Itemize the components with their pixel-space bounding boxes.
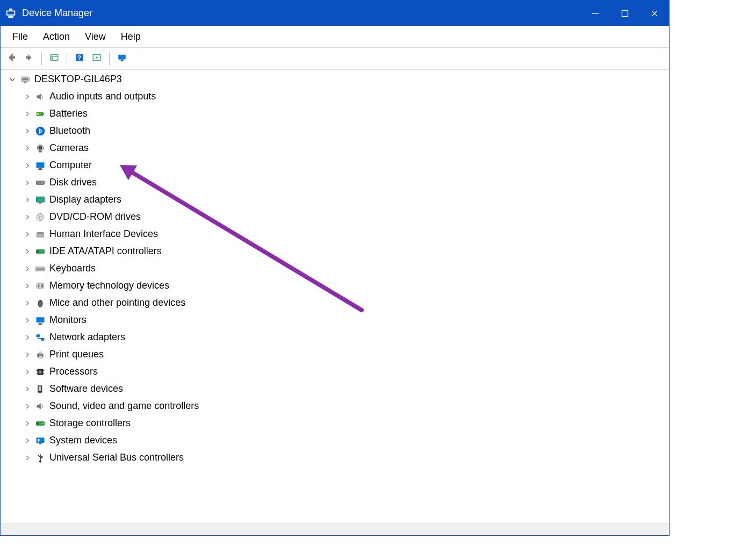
network-icon (34, 332, 46, 343)
tree-node-camera[interactable]: Cameras (18, 140, 666, 157)
tree-node-label: IDE ATA/ATAPI controllers (49, 246, 162, 257)
svg-marker-14 (96, 56, 99, 59)
device-tree[interactable]: DESKTOP-GIL46P3 Audio inputs and outputs… (1, 68, 668, 523)
monitor-icon (34, 160, 46, 171)
system-icon (34, 435, 46, 447)
bluetooth-icon (34, 125, 46, 137)
tree-node-label: Memory technology devices (49, 281, 169, 291)
minimize-button[interactable] (580, 1, 610, 26)
chevron-right-icon[interactable] (23, 264, 32, 274)
monitor-icon (34, 314, 46, 326)
svg-rect-70 (37, 422, 39, 424)
tree-node-ide[interactable]: IDE ATA/ATAPI controllers (18, 243, 666, 260)
menu-action[interactable]: Action (35, 29, 77, 45)
chevron-right-icon[interactable] (23, 212, 32, 222)
svg-point-76 (38, 455, 39, 457)
chevron-right-icon[interactable] (23, 92, 32, 102)
tree-node-label: Mice and other pointing devices (49, 298, 185, 308)
chevron-right-icon[interactable] (23, 161, 32, 170)
toolbar-monitor-settings-button[interactable] (115, 52, 129, 66)
chevron-right-icon[interactable] (23, 178, 32, 188)
chevron-right-icon[interactable] (23, 436, 32, 446)
scan-icon (92, 53, 102, 64)
tree-node-disk[interactable]: Disk drives (18, 174, 666, 191)
chevron-right-icon[interactable] (23, 247, 32, 256)
svg-rect-53 (39, 323, 42, 324)
app-icon (5, 8, 17, 19)
chevron-right-icon[interactable] (23, 384, 32, 394)
keyboard-icon (34, 263, 46, 275)
chevron-right-icon[interactable] (23, 143, 32, 153)
svg-rect-43 (37, 250, 39, 252)
tree-node-keyboard[interactable]: Keyboards (18, 260, 666, 277)
tree-node-bluetooth[interactable]: Bluetooth (18, 123, 666, 140)
svg-rect-71 (37, 437, 45, 443)
toolbar-show-hide-button[interactable] (47, 52, 61, 66)
cpu-icon (34, 366, 46, 378)
tree-node-label: Storage controllers (49, 418, 131, 429)
tree-root-node[interactable]: DESKTOP-GIL46P3 (3, 71, 666, 88)
svg-text:?: ? (78, 54, 81, 61)
svg-rect-55 (37, 334, 40, 337)
maximize-button[interactable] (610, 1, 639, 26)
chevron-right-icon[interactable] (23, 298, 32, 308)
battery-icon (34, 108, 46, 120)
tree-node-dvd[interactable]: DVD/CD-ROM drives (18, 209, 666, 226)
memory-icon (34, 280, 46, 292)
tree-node-network[interactable]: Network adapters (18, 329, 666, 346)
tree-node-label: Processors (49, 367, 98, 377)
toolbar-forward-button[interactable] (22, 52, 36, 66)
printer-icon (34, 349, 46, 361)
menu-view[interactable]: View (77, 29, 113, 45)
toolbar-back-button[interactable] (5, 52, 19, 66)
tree-node-label: Computer (49, 160, 92, 171)
tree-node-audio[interactable]: Audio inputs and outputs (18, 88, 666, 105)
tree-node-audio[interactable]: Sound, video and game controllers (18, 398, 666, 415)
tree-node-cpu[interactable]: Processors (18, 363, 666, 380)
svg-point-74 (39, 461, 41, 463)
chevron-right-icon[interactable] (23, 126, 32, 136)
titlebar: Device Manager (1, 1, 669, 26)
tree-node-memory[interactable]: Memory technology devices (18, 277, 666, 295)
svg-rect-59 (39, 356, 42, 358)
toolbar-help-button[interactable]: ? (73, 52, 87, 66)
menu-help[interactable]: Help (113, 29, 148, 45)
chevron-right-icon[interactable] (23, 419, 32, 428)
svg-rect-73 (39, 443, 42, 444)
svg-rect-58 (39, 351, 42, 353)
help-icon: ? (75, 53, 84, 64)
tree-node-battery[interactable]: Batteries (18, 105, 666, 123)
chevron-right-icon[interactable] (23, 453, 32, 463)
chevron-right-icon[interactable] (23, 350, 32, 360)
svg-rect-29 (37, 162, 45, 168)
chevron-down-icon[interactable] (8, 75, 17, 84)
chevron-right-icon[interactable] (23, 195, 32, 205)
tree-node-hid[interactable]: Human Interface Devices (18, 226, 666, 243)
tree-node-printer[interactable]: Print queues (18, 346, 666, 363)
tree-node-storage[interactable]: Storage controllers (18, 415, 666, 432)
chevron-right-icon[interactable] (23, 229, 32, 239)
chevron-right-icon[interactable] (23, 401, 32, 411)
tree-node-label: Print queues (49, 349, 104, 360)
back-icon (7, 53, 17, 64)
tree-node-display[interactable]: Display adapters (18, 191, 666, 209)
tree-node-monitor[interactable]: Computer (18, 157, 666, 174)
menubar: FileActionViewHelp (1, 26, 669, 48)
chevron-right-icon[interactable] (23, 315, 32, 325)
menu-file[interactable]: File (5, 29, 35, 45)
svg-point-69 (42, 423, 44, 424)
tree-node-mouse[interactable]: Mice and other pointing devices (18, 295, 666, 312)
svg-rect-44 (36, 267, 45, 271)
tree-node-usb[interactable]: Universal Serial Bus controllers (18, 449, 666, 466)
tree-node-system[interactable]: System devices (18, 432, 666, 449)
chevron-right-icon[interactable] (23, 109, 32, 119)
svg-rect-30 (39, 168, 42, 169)
svg-rect-72 (38, 439, 39, 442)
close-button[interactable] (639, 1, 669, 26)
toolbar-scan-button[interactable] (90, 52, 104, 66)
chevron-right-icon[interactable] (23, 367, 32, 377)
chevron-right-icon[interactable] (23, 281, 32, 291)
chevron-right-icon[interactable] (23, 333, 32, 342)
tree-node-monitor[interactable]: Monitors (18, 312, 666, 329)
tree-node-software[interactable]: Software devices (18, 380, 666, 398)
